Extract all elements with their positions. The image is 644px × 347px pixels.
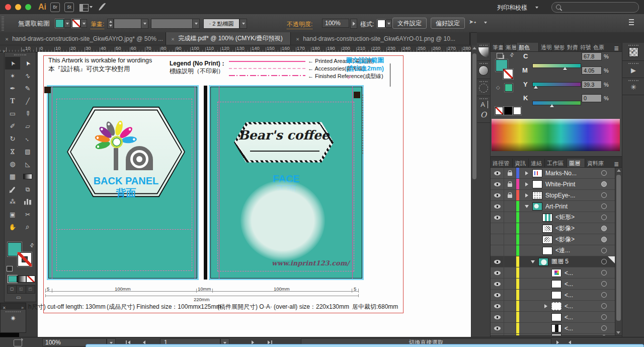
lock-toggle[interactable] xyxy=(504,168,516,178)
shape-builder-tool[interactable] xyxy=(5,158,20,170)
close-tab-icon[interactable] xyxy=(296,35,299,42)
layer-thumbnail[interactable] xyxy=(551,291,561,299)
selection-tool[interactable] xyxy=(5,57,20,70)
layer-row[interactable]: <連... xyxy=(491,245,622,256)
tab-artboards[interactable]: 工作區 xyxy=(545,159,567,167)
hand-tool[interactable] xyxy=(5,221,20,233)
arrange-documents-icon[interactable] xyxy=(79,4,89,12)
tab-align[interactable]: 對齊 xyxy=(565,43,578,51)
mesh-tool[interactable] xyxy=(5,170,20,183)
layer-thumbnail[interactable] xyxy=(551,324,561,332)
tab-color-active[interactable]: 顏色 xyxy=(517,43,539,51)
tab-symbols[interactable]: 符號 xyxy=(578,43,591,51)
layer-thumbnail[interactable] xyxy=(542,214,552,222)
tab-links[interactable]: 連結 xyxy=(529,159,545,167)
color-mode-button[interactable] xyxy=(8,275,17,283)
symbol-sprayer-tool[interactable] xyxy=(5,195,20,208)
target-circle[interactable] xyxy=(601,192,607,198)
target-circle[interactable] xyxy=(601,215,607,220)
lock-toggle[interactable] xyxy=(504,179,516,189)
preferences-button[interactable]: 偏好設定 xyxy=(431,18,465,29)
zoom-tool[interactable] xyxy=(20,221,35,233)
visibility-toggle[interactable] xyxy=(491,223,504,234)
stroke-swatch[interactable] xyxy=(18,252,32,266)
target-circle[interactable] xyxy=(601,314,607,320)
blend-tool[interactable] xyxy=(20,183,35,195)
lock-toggle[interactable] xyxy=(504,201,516,212)
gradient-panel-icon[interactable] xyxy=(478,47,489,57)
magic-wand-tool[interactable] xyxy=(5,70,20,82)
target-circle[interactable] xyxy=(601,181,607,187)
select-similar-caret[interactable] xyxy=(484,22,487,24)
search-input[interactable] xyxy=(551,2,639,13)
yellow-value[interactable]: 39.3 xyxy=(582,81,602,89)
layer-thumbnail[interactable] xyxy=(542,225,552,233)
layer-row[interactable]: <影像> xyxy=(491,234,622,245)
draw-inside-button[interactable]: ◰ xyxy=(26,286,35,293)
visibility-toggle[interactable] xyxy=(491,179,504,189)
tab-stroke[interactable]: 筆畫 xyxy=(491,43,504,51)
visibility-toggle[interactable] xyxy=(491,256,504,267)
variable-width-select[interactable] xyxy=(151,19,193,29)
gradient-tool[interactable] xyxy=(20,170,35,183)
paintbrush-tool[interactable] xyxy=(20,107,35,120)
layer-thumbnail[interactable] xyxy=(542,236,552,244)
document-tab-2-active[interactable]: 完成檔.pdf* @ 100% (CMYK/疊印預視) xyxy=(166,32,291,45)
scroll-thumb[interactable] xyxy=(616,175,621,321)
horizontal-ruler[interactable]: 1001020304050607080901001101201301401501… xyxy=(0,45,471,52)
layer-row[interactable]: <... xyxy=(491,323,622,334)
target-circle[interactable] xyxy=(601,237,607,242)
stroke-weight-select[interactable] xyxy=(114,19,142,29)
cyan-slider[interactable] xyxy=(532,63,581,68)
layer-thumbnail[interactable] xyxy=(551,269,561,277)
black-swatch[interactable] xyxy=(504,107,512,115)
target-circle[interactable] xyxy=(601,203,607,209)
tab-libraries[interactable]: 資料庫 xyxy=(585,159,606,167)
scroll-thumb[interactable] xyxy=(472,53,476,179)
visibility-toggle[interactable] xyxy=(491,168,504,178)
stroke-weight-caret[interactable] xyxy=(141,19,148,29)
default-fill-stroke-icon[interactable] xyxy=(7,266,13,271)
target-circle[interactable] xyxy=(601,303,607,309)
layer-row[interactable]: Marks-No... xyxy=(491,168,622,179)
minimize-window-button[interactable] xyxy=(15,4,21,10)
visibility-toggle[interactable] xyxy=(491,245,504,256)
collapse-icon[interactable] xyxy=(21,302,24,311)
target-circle[interactable] xyxy=(601,248,607,253)
perspective-grid-tool[interactable] xyxy=(20,158,35,170)
graphic-styles-panel-icon[interactable] xyxy=(479,84,488,93)
layer-thumbnail[interactable] xyxy=(542,247,552,255)
flyout-header[interactable] xyxy=(1,303,26,310)
expand-arrow[interactable] xyxy=(523,171,530,175)
layer-row[interactable]: <... xyxy=(491,267,622,279)
rectangle-tool[interactable] xyxy=(5,107,20,120)
layer-thumbnail[interactable] xyxy=(532,169,542,177)
opacity-caret[interactable] xyxy=(350,19,357,29)
control-panel-menu-icon[interactable] xyxy=(629,19,634,25)
stroke-weight-label[interactable]: 筆畫: xyxy=(91,20,104,29)
visibility-toggle[interactable] xyxy=(491,212,504,223)
gradient-mode-button[interactable] xyxy=(17,275,26,283)
layer-row[interactable]: <... xyxy=(491,312,622,323)
style-caret[interactable] xyxy=(385,20,392,28)
visibility-toggle[interactable] xyxy=(491,190,504,200)
artboard-tool[interactable] xyxy=(5,208,20,221)
transparency-panel-icon[interactable] xyxy=(629,47,638,57)
screen-mode-button[interactable]: ▭ xyxy=(16,295,21,300)
draw-behind-button[interactable]: ◱ xyxy=(17,286,26,293)
close-tab-icon[interactable] xyxy=(5,35,9,42)
brush-definition-select[interactable]: · 2 點橢圓 xyxy=(203,19,239,29)
layer-row-selected[interactable]: 圖層 5 xyxy=(491,256,622,267)
visibility-toggle[interactable] xyxy=(491,290,504,300)
zoom-window-button[interactable] xyxy=(25,4,31,10)
yellow-slider[interactable] xyxy=(532,101,581,105)
cyan-value[interactable]: 67.8 xyxy=(582,52,602,60)
layer-row[interactable]: <影像> xyxy=(491,223,622,234)
variable-width-caret[interactable] xyxy=(192,19,200,29)
rotate-tool[interactable] xyxy=(5,132,20,145)
workspace-switcher[interactable]: 列印和校樣 xyxy=(497,4,527,12)
lock-toggle[interactable] xyxy=(504,190,516,200)
document-setup-button[interactable]: 文件設定 xyxy=(392,18,427,29)
eraser-tool[interactable] xyxy=(20,120,35,132)
fill-color-caret[interactable] xyxy=(64,19,70,28)
